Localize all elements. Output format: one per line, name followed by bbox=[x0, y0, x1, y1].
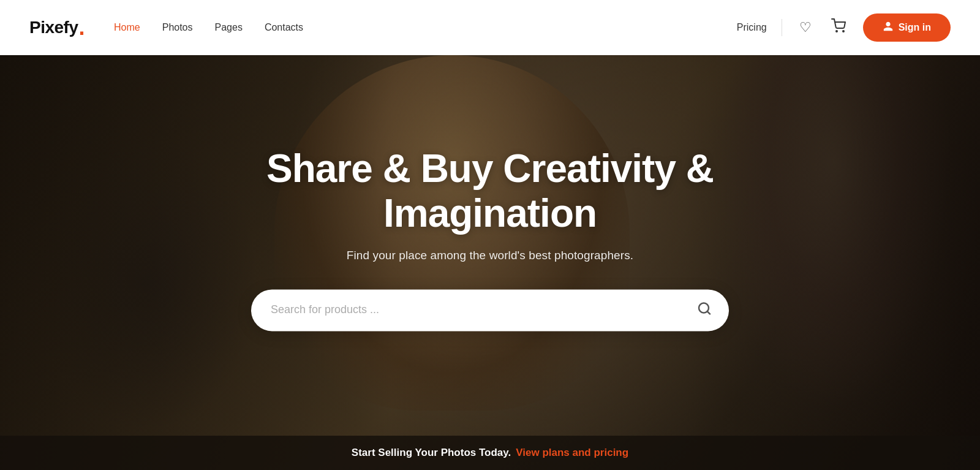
header-divider bbox=[782, 19, 782, 36]
bottom-bar-text: Start Selling Your Photos Today. bbox=[352, 447, 511, 459]
hero-content: Share & Buy Creativity & Imagination Fin… bbox=[251, 146, 729, 331]
svg-point-0 bbox=[836, 31, 837, 32]
header: Pixefy. Home Photos Pages Contacts Prici… bbox=[0, 0, 980, 55]
cart-button[interactable] bbox=[829, 16, 848, 39]
svg-point-1 bbox=[843, 31, 844, 32]
search-icon bbox=[697, 301, 712, 319]
heart-icon: ♡ bbox=[799, 20, 812, 36]
logo-dot: . bbox=[79, 17, 85, 39]
pricing-link[interactable]: Pricing bbox=[737, 22, 767, 33]
nav-photos[interactable]: Photos bbox=[162, 22, 193, 33]
cart-icon bbox=[831, 18, 846, 37]
header-left: Pixefy. Home Photos Pages Contacts bbox=[29, 17, 303, 39]
logo[interactable]: Pixefy. bbox=[29, 17, 85, 39]
nav-home[interactable]: Home bbox=[114, 22, 140, 33]
nav-pages[interactable]: Pages bbox=[215, 22, 243, 33]
hero-title: Share & Buy Creativity & Imagination bbox=[251, 146, 729, 237]
main-nav: Home Photos Pages Contacts bbox=[114, 22, 303, 33]
logo-text: Pixefy bbox=[29, 18, 78, 37]
signin-label: Sign in bbox=[899, 22, 931, 33]
user-icon bbox=[883, 21, 894, 34]
wishlist-button[interactable]: ♡ bbox=[797, 17, 814, 38]
search-button[interactable] bbox=[695, 298, 714, 322]
search-input[interactable] bbox=[271, 304, 695, 317]
bottom-bar-link[interactable]: View plans and pricing bbox=[516, 447, 628, 459]
header-right: Pricing ♡ Sign in bbox=[737, 13, 951, 42]
search-bar bbox=[251, 289, 729, 331]
svg-line-3 bbox=[707, 311, 710, 314]
hero-subtitle: Find your place among the world's best p… bbox=[251, 249, 729, 262]
signin-button[interactable]: Sign in bbox=[863, 13, 951, 42]
bottom-bar: Start Selling Your Photos Today. View pl… bbox=[0, 436, 980, 470]
nav-contacts[interactable]: Contacts bbox=[265, 22, 303, 33]
hero-section: Share & Buy Creativity & Imagination Fin… bbox=[0, 0, 980, 470]
